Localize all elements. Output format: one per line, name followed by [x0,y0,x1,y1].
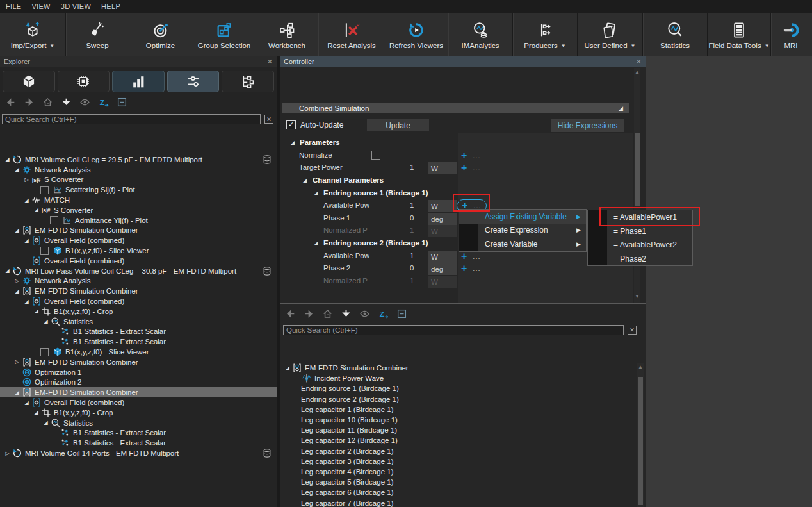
viewport-3d[interactable] [646,56,812,507]
context-menu-item-assign-existing-variable[interactable]: Assign Existing Variable▶ [459,210,586,224]
eye-icon[interactable] [359,308,370,319]
scroll-up-icon[interactable]: ▲ [637,364,644,370]
tree-item[interactable]: B1(x,y,z,f0) - Slice Viewer [0,245,277,256]
expander-open-icon[interactable]: ◢ [32,308,40,314]
submenu-item-phase2[interactable]: = Phase2 [588,252,692,266]
param-value[interactable]: 1 [410,277,414,285]
collapse-icon[interactable]: ◢ [619,105,623,112]
expander-open-icon[interactable]: ◢ [13,228,21,233]
tree-item[interactable]: ◢MRI Volume Coil CLeg = 29.5 pF - EM FDT… [0,154,277,165]
param-row-target-power[interactable]: Target Power1W+... [280,162,633,174]
down-icon[interactable] [341,308,352,319]
tree-item[interactable]: ◢B1(x,y,z,f0) - Crop [0,306,277,317]
param-value[interactable]: 1 [410,226,414,234]
collapse-box-icon[interactable] [117,97,127,108]
tree-item[interactable]: Leg capacitor 7 (Birdcage 1) [280,497,636,507]
forward-icon[interactable] [304,308,314,319]
scrollbar[interactable]: ▲ ▼ [634,68,640,303]
expander-open-icon[interactable]: ◢ [13,288,21,294]
toolbar-button-refresh-viewers[interactable]: Refresh Viewers [385,13,448,56]
expander-open-icon[interactable]: ◢ [13,167,21,172]
tree-item[interactable]: B1 Statistics - Extract Scalar [0,337,277,347]
tree-item[interactable]: ◢EM-FDTD Simulation Combiner [0,387,277,397]
auto-update-checkbox[interactable]: ✓ [286,120,296,129]
tree-item[interactable]: Optimization 2 [0,378,277,388]
param-unit[interactable]: W [428,162,457,174]
assign-variable-button[interactable]: +... [457,149,485,162]
param-row-normalize[interactable]: Normalize+... [280,150,633,162]
expander-open-icon[interactable]: ◢ [22,197,31,203]
expander-open-icon[interactable]: ◢ [22,400,31,406]
toolbar-button-imp-export[interactable]: Imp/Export▼ [0,13,66,56]
expander-open-icon[interactable]: ◢ [22,238,31,244]
toolbar-button-reset-analysis[interactable]: Reset Analysis [318,13,385,56]
param-unit[interactable]: deg [428,263,457,275]
param-unit[interactable]: W [428,276,457,288]
down-icon[interactable] [61,97,72,108]
scrollbar[interactable]: ▲ [637,363,644,507]
tree-item[interactable]: Endring source 2 (Birdcage 1) [280,394,636,404]
tree-item[interactable]: Leg capacitor 3 (Birdcage 1) [280,456,636,467]
tree-item[interactable]: ◢MRI Low Pass Volume Coil CLeg = 30.8 pF… [0,266,277,276]
expander-open-icon[interactable]: ◢ [3,156,12,162]
expander-open-icon[interactable]: ◢ [42,319,50,324]
dropdown-arrow-icon[interactable]: ▼ [765,43,770,49]
tree-item[interactable]: ◢EM-FDTD Simulation Combiner [280,363,636,373]
param-row-available-pow[interactable]: Available Pow1W+... [280,251,633,263]
tree-item[interactable]: ◢Statistics [0,317,277,327]
submenu-item-availablepower2[interactable]: = AvailablePower2 [588,238,692,253]
tree-item[interactable]: Endring source 1 (Birdcage 1) [280,383,636,394]
forward-icon[interactable] [24,97,35,108]
toolbar-button-field-data-tools[interactable]: Field Data Tools▼ [708,13,771,56]
expander-closed-icon[interactable]: ▷ [13,359,21,365]
tree-item[interactable]: Overall Field (combined) [0,256,277,266]
tree-item[interactable]: ◢MATCH [0,195,277,205]
tree-item[interactable]: Incident Power Wave [280,373,636,383]
toolbar-button-mri[interactable]: MRI [771,13,811,56]
expander-open-icon[interactable]: ◢ [22,299,31,304]
tree-item[interactable]: ◢EM-FDTD Simulation Combiner [0,286,277,296]
clear-search-icon[interactable]: ✕ [264,115,273,124]
view-button-controller-view[interactable] [167,71,220,92]
tree-item[interactable]: Scattering Sij(f) - Plot [0,185,277,195]
param-unit[interactable]: W [428,251,457,263]
visibility-checkbox[interactable] [40,186,49,194]
param-value[interactable]: 0 [410,214,414,222]
assign-variable-button[interactable]: +... [457,262,485,275]
search-input[interactable] [283,325,624,335]
context-menu-item-create-expression[interactable]: Create Expression▶ [459,224,586,238]
scrollbar-thumb[interactable] [635,133,640,206]
expander-open-icon[interactable]: ◢ [314,190,318,196]
expander-open-icon[interactable]: ◢ [291,140,295,145]
view-button-model-view[interactable] [3,71,55,92]
dropdown-arrow-icon[interactable]: ▼ [631,43,636,49]
expander-open-icon[interactable]: ◢ [32,410,40,415]
toolbar-button-group-selection[interactable]: Group Selection [192,13,256,56]
tree-item[interactable]: Leg capacitor 6 (Birdcage 1) [280,487,636,497]
tree-item[interactable]: B1 Statistics - Extract Scalar [0,428,277,438]
scroll-down-icon[interactable]: ▼ [634,294,640,299]
toolbar-button-user-defined[interactable]: User Defined▼ [578,13,643,56]
view-button-analysis-view[interactable] [112,71,165,92]
tree-item[interactable]: Leg capacitor 5 (Birdcage 1) [280,477,636,487]
update-button[interactable]: Update [367,119,429,131]
tree-item[interactable]: ◢Statistics [0,418,277,428]
close-icon[interactable]: ✕ [636,58,642,66]
search-input[interactable] [2,114,261,124]
toolbar-button-imanalytics[interactable]: IMAnalytics [448,13,513,56]
eye-icon[interactable] [79,97,90,108]
expander-open-icon[interactable]: ◢ [283,365,291,371]
expander-open-icon[interactable]: ◢ [3,268,12,274]
tree-item[interactable]: ◢[s]#S Converter [0,205,277,215]
tree-item[interactable]: B1 Statistics - Extract Scalar [0,327,277,337]
zoom-z-icon[interactable]: Z [98,97,109,108]
assign-variable-button[interactable]: +... [457,250,485,263]
menu-item-3d-view[interactable]: 3D VIEW [61,3,91,10]
visibility-checkbox[interactable] [40,348,49,356]
tree-item[interactable]: Leg capacitor 2 (Birdcage 1) [280,446,636,456]
tree-item[interactable]: ◢B1(x,y,z,f0) - Crop [0,408,277,418]
tree-item[interactable]: Leg capacitor 11 (Birdcage 1) [280,425,636,435]
scroll-up-icon[interactable]: ▲ [634,69,640,75]
context-menu-item-create-variable[interactable]: Create Variable▶ [459,237,586,251]
toolbar-button-producers[interactable]: Producers▼ [513,13,578,56]
